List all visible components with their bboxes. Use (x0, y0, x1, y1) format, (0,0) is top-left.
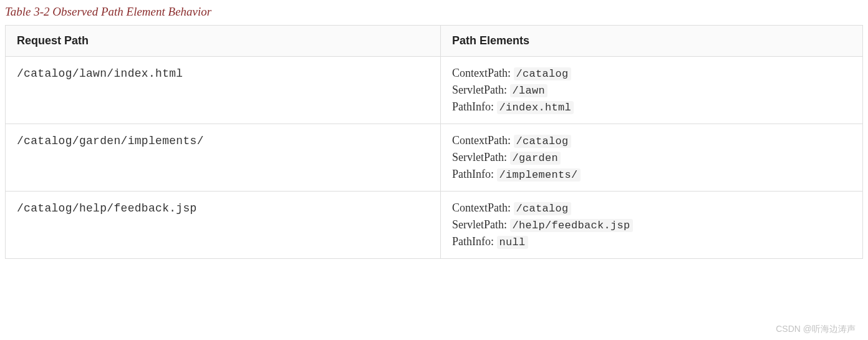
request-path-cell: /catalog/lawn/index.html (6, 57, 441, 124)
header-request-path: Request Path (6, 26, 441, 57)
contextPath-value: /catalog (514, 135, 571, 148)
table-caption: Table 3-2 Observed Path Element Behavior (5, 5, 863, 19)
servletPath-line: ServletPath: /lawn (452, 84, 851, 97)
servletPath-value: /garden (510, 152, 561, 165)
servletPath-line: ServletPath: /garden (452, 151, 851, 164)
path-table: Request Path Path Elements /catalog/lawn… (5, 25, 863, 259)
servletPath-value: /help/feedback.jsp (510, 219, 633, 232)
contextPath-line: ContextPath: /catalog (452, 67, 851, 80)
servletPath-label: ServletPath: (452, 218, 510, 231)
pathInfo-line: PathInfo: /implements/ (452, 168, 851, 181)
servletPath-label: ServletPath: (452, 151, 510, 163)
pathInfo-label: PathInfo: (452, 100, 497, 113)
table-row: /catalog/garden/implements/ContextPath: … (6, 124, 863, 192)
request-path-cell: /catalog/garden/implements/ (6, 124, 441, 192)
contextPath-value: /catalog (514, 202, 571, 215)
path-elements-cell: ContextPath: /catalogServletPath: /lawnP… (441, 57, 863, 124)
path-elements-cell: ContextPath: /catalogServletPath: /garde… (441, 124, 863, 192)
pathInfo-label: PathInfo: (452, 235, 497, 248)
pathInfo-value: /index.html (497, 101, 574, 114)
table-row: /catalog/help/feedback.jspContextPath: /… (6, 192, 863, 259)
servletPath-label: ServletPath: (452, 84, 510, 96)
contextPath-line: ContextPath: /catalog (452, 134, 851, 147)
request-path-cell: /catalog/help/feedback.jsp (6, 192, 441, 259)
pathInfo-value: null (497, 236, 528, 249)
table-row: /catalog/lawn/index.htmlContextPath: /ca… (6, 57, 863, 124)
servletPath-line: ServletPath: /help/feedback.jsp (452, 218, 851, 231)
header-path-elements: Path Elements (441, 26, 863, 57)
request-path-value: /catalog/garden/implements/ (17, 135, 204, 147)
contextPath-value: /catalog (514, 67, 571, 80)
contextPath-label: ContextPath: (452, 134, 514, 147)
contextPath-label: ContextPath: (452, 67, 514, 79)
pathInfo-line: PathInfo: /index.html (452, 100, 851, 114)
pathInfo-label: PathInfo: (452, 168, 497, 180)
request-path-value: /catalog/lawn/index.html (17, 67, 183, 80)
servletPath-value: /lawn (510, 84, 548, 97)
path-elements-cell: ContextPath: /catalogServletPath: /help/… (441, 192, 863, 259)
contextPath-line: ContextPath: /catalog (452, 202, 851, 215)
pathInfo-value: /implements/ (497, 168, 581, 182)
request-path-value: /catalog/help/feedback.jsp (17, 202, 197, 215)
contextPath-label: ContextPath: (452, 202, 514, 214)
pathInfo-line: PathInfo: null (452, 235, 851, 248)
